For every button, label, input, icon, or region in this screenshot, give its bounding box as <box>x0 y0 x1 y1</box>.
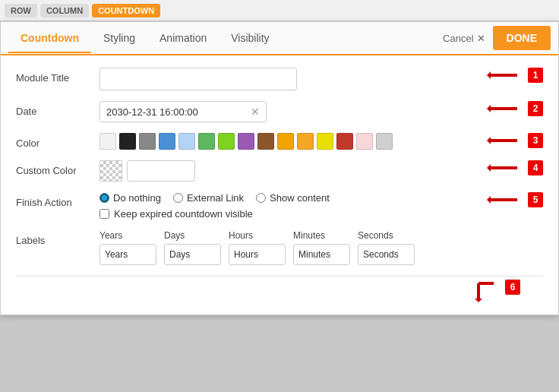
label-minutes-input[interactable] <box>293 244 350 265</box>
swatch-lime[interactable] <box>218 133 235 150</box>
date-input[interactable] <box>100 103 245 122</box>
date-control: ✕ <box>99 101 479 122</box>
svg-marker-9 <box>487 196 491 204</box>
badge-5: 5 <box>528 192 543 207</box>
labels-grid: Years Days Hours Minutes <box>99 230 543 265</box>
swatch-silver[interactable] <box>376 133 393 150</box>
badge-6: 6 <box>505 280 520 295</box>
swatch-yellow[interactable] <box>317 133 333 150</box>
label-col-years: Years <box>99 230 156 265</box>
arrow-2: 2 <box>487 101 543 116</box>
module-title-input[interactable] <box>99 68 297 90</box>
custom-color-wrap <box>99 160 479 182</box>
finish-action-radio-group: Do nothing External Link Show content <box>99 192 479 204</box>
radio-show-content-input[interactable] <box>256 193 266 203</box>
breadcrumb-countdown[interactable]: COUNTDOWN <box>92 4 160 17</box>
label-col-hours: Hours <box>229 230 286 265</box>
date-clear-button[interactable]: ✕ <box>245 102 266 122</box>
keep-expired-label: Keep expired countdown visible <box>114 208 253 220</box>
badge-3: 3 <box>528 133 543 148</box>
settings-dialog: Countdown Styling Animation Visibility C… <box>0 21 559 315</box>
swatch-blue[interactable] <box>159 133 175 150</box>
radio-show-content[interactable]: Show content <box>256 192 330 204</box>
swatch-black[interactable] <box>119 133 136 150</box>
done-button[interactable]: DONE <box>493 26 551 50</box>
radio-external-link-input[interactable] <box>173 193 183 203</box>
keep-expired-checkbox[interactable] <box>99 209 109 219</box>
module-title-label: Module Title <box>16 68 99 84</box>
swatch-brown[interactable] <box>257 133 274 150</box>
checkered-preview <box>99 160 122 182</box>
tab-countdown[interactable]: Countdown <box>8 24 91 53</box>
svg-marker-3 <box>487 105 491 112</box>
svg-marker-5 <box>487 137 491 144</box>
swatch-purple[interactable] <box>238 133 254 150</box>
labels-row: Labels Years Days Hours <box>16 230 543 265</box>
breadcrumb-row[interactable]: ROW <box>5 4 37 17</box>
custom-color-control <box>99 160 479 182</box>
tab-animation[interactable]: Animation <box>147 24 219 53</box>
date-label: Date <box>16 101 99 117</box>
label-col-seconds: Seconds <box>358 230 415 265</box>
arrow-5: 5 <box>487 192 543 207</box>
color-swatches <box>99 133 479 150</box>
tab-styling[interactable]: Styling <box>91 24 147 53</box>
keep-expired-row: Keep expired countdown visible <box>99 208 479 220</box>
label-minutes-header: Minutes <box>293 230 325 241</box>
label-years-input[interactable] <box>99 244 156 265</box>
swatch-orange[interactable] <box>297 133 314 150</box>
color-control <box>99 133 479 150</box>
labels-control: Years Days Hours Minutes <box>99 230 543 265</box>
radio-external-link-label: External Link <box>187 192 244 204</box>
finish-action-label: Finish Action <box>16 192 99 208</box>
custom-color-label: Custom Color <box>16 160 99 176</box>
label-seconds-input[interactable] <box>358 244 415 265</box>
date-row: Date ✕ 2 <box>16 101 543 122</box>
swatch-green[interactable] <box>198 133 215 150</box>
label-col-minutes: Minutes <box>293 230 350 265</box>
arrow-6-icon <box>471 280 505 302</box>
label-days-header: Days <box>164 230 185 241</box>
finish-action-row: Finish Action Do nothing External Link <box>16 192 543 220</box>
swatch-light-blue[interactable] <box>178 133 195 150</box>
labels-label: Labels <box>16 230 99 246</box>
module-title-row: Module Title 1 <box>16 68 543 90</box>
label-days-input[interactable] <box>164 244 221 265</box>
arrow-3-icon <box>487 133 525 148</box>
badge-4: 4 <box>528 160 543 175</box>
cancel-button[interactable]: Cancel ✕ <box>443 33 485 44</box>
arrow-1: 1 <box>487 68 543 83</box>
arrow-4: 4 <box>487 160 543 175</box>
svg-marker-7 <box>487 164 491 172</box>
custom-color-row: Custom Color 4 <box>16 160 543 182</box>
radio-show-content-label: Show content <box>270 192 330 204</box>
breadcrumb-column[interactable]: COLUMN <box>40 4 89 17</box>
swatch-white[interactable] <box>99 133 116 150</box>
radio-do-nothing[interactable]: Do nothing <box>99 192 161 204</box>
arrow-3: 3 <box>487 133 543 148</box>
radio-do-nothing-input[interactable] <box>99 193 109 203</box>
form-body: Module Title 1 Date <box>1 55 558 315</box>
swatch-pink[interactable] <box>356 133 373 150</box>
swatch-red[interactable] <box>336 133 353 150</box>
tab-visibility[interactable]: Visibility <box>219 24 281 53</box>
radio-external-link[interactable]: External Link <box>173 192 244 204</box>
label-years-header: Years <box>99 230 122 241</box>
date-input-wrap: ✕ <box>99 101 267 122</box>
badge-2: 2 <box>528 101 543 116</box>
custom-color-input[interactable] <box>127 160 195 182</box>
swatch-gray[interactable] <box>139 133 156 150</box>
arrow-5-icon <box>487 192 525 207</box>
label-hours-header: Hours <box>229 230 253 241</box>
svg-marker-12 <box>475 299 482 302</box>
close-icon: ✕ <box>477 33 485 44</box>
bottom-arrow-wrap: 6 <box>16 280 543 302</box>
label-seconds-header: Seconds <box>358 230 393 241</box>
badge-1: 1 <box>528 68 543 83</box>
color-label: Color <box>16 133 99 149</box>
arrow-4-icon <box>487 160 525 175</box>
label-hours-input[interactable] <box>229 244 286 265</box>
swatch-amber[interactable] <box>277 133 294 150</box>
form-divider <box>16 276 543 277</box>
radio-do-nothing-label: Do nothing <box>113 192 161 204</box>
